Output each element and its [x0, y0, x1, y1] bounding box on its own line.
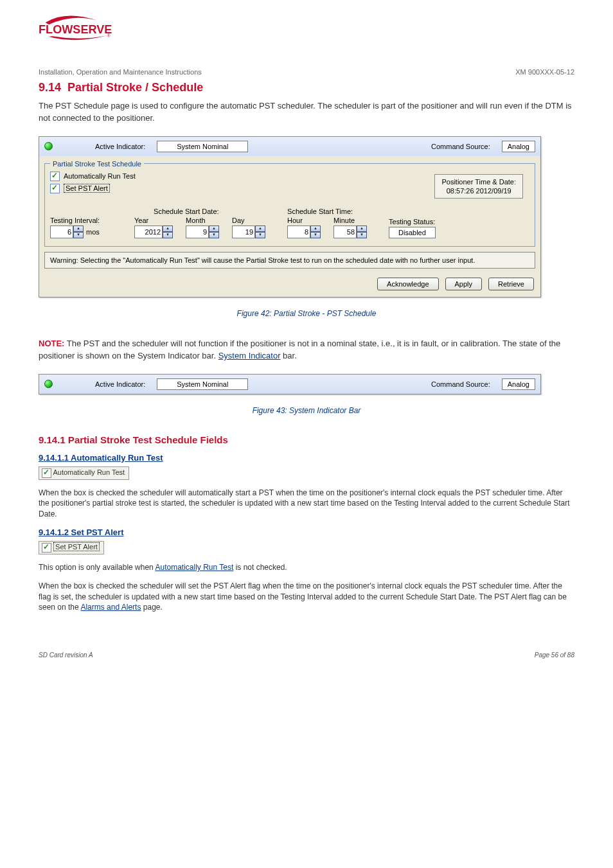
system-indicator-bar-figure: Active Indicator: System Nominal Command…	[39, 374, 541, 394]
set-pst-alert-checkbox[interactable]: ✓	[50, 184, 60, 193]
active-indicator-value: System Nominal	[157, 141, 248, 152]
auto-run-label: Automatically Run Test	[64, 172, 136, 180]
day-spinner[interactable]: ▲▼	[232, 226, 265, 238]
svg-text:®: ®	[107, 33, 111, 38]
pst-group-title: Partial Stroke Test Schedule	[50, 160, 144, 168]
spin-up-icon: ▲	[73, 226, 84, 232]
alarms-alerts-link[interactable]: Alarms and Alerts	[80, 603, 141, 612]
status-led-icon	[44, 142, 53, 150]
doc-ref: XM 900XXX-05-12	[515, 68, 574, 76]
acknowledge-button[interactable]: Acknowledge	[377, 278, 438, 290]
year-spinner[interactable]: ▲▼	[134, 226, 173, 238]
flowserve-logo: FLOWSERVE ®	[39, 13, 574, 42]
testing-status-value: Disabled	[389, 227, 436, 238]
fields-heading: 9.14.1 Partial Stroke Test Schedule Fiel…	[39, 434, 574, 445]
note-paragraph: NOTE: The PST and the scheduler will not…	[39, 337, 574, 362]
page-footer: SD Card revision A Page 56 of 88	[39, 651, 574, 659]
testing-status-label: Testing Status:	[389, 218, 436, 226]
doc-header: Installation, Operation and Maintenance …	[39, 68, 574, 76]
auto-run-checkbox[interactable]: ✓	[50, 172, 60, 181]
set-pst-mini-figure: ✓ Set PST Alert	[39, 541, 104, 554]
command-source-value: Analog	[502, 141, 535, 152]
set-pst-desc-2: When the box is checked the scheduler wi…	[39, 581, 574, 613]
auto-run-link[interactable]: Automatically Run Test	[155, 563, 233, 572]
testing-interval-spinner[interactable]: ▲▼ mos	[50, 226, 100, 238]
pst-schedule-group: Partial Stroke Test Schedule ✓ Automatic…	[44, 160, 535, 247]
set-pst-desc-1: This option is only available when Autom…	[39, 562, 574, 573]
pst-schedule-window: Active Indicator: System Nominal Command…	[39, 136, 541, 297]
system-indicator-link[interactable]: System Indicator	[218, 351, 281, 360]
hour-spinner[interactable]: ▲▼	[287, 226, 321, 238]
schedule-start-time-label: Schedule Start Time:	[287, 208, 367, 215]
schedule-start-date-label: Schedule Start Date:	[154, 208, 265, 215]
auto-run-description: When the box is checked the scheduler wi…	[39, 488, 574, 520]
set-pst-alert-label: Set PST Alert	[64, 184, 110, 193]
schedule-grid: Testing Interval: ▲▼ mos Schedule Start …	[50, 208, 529, 238]
figure-43-caption: Figure 43: System Indicator Bar	[39, 406, 574, 415]
auto-run-subheading: 9.14.1.1 Automatically Run Test	[39, 453, 574, 463]
footer-right: Page 56 of 88	[535, 651, 574, 659]
doc-type: Installation, Operation and Maintenance …	[39, 68, 202, 76]
svg-text:FLOWSERVE: FLOWSERVE	[39, 23, 112, 36]
active-indicator-label: Active Indicator:	[95, 143, 145, 150]
system-indicator-bar: Active Indicator: System Nominal Command…	[39, 137, 540, 156]
warning-text: Warning: Selecting the "Automatically Ru…	[44, 252, 535, 269]
figure-42-caption: Figure 42: Partial Stroke - PST Schedule	[39, 309, 574, 318]
minute-spinner[interactable]: ▲▼	[333, 226, 367, 238]
retrieve-button[interactable]: Retrieve	[488, 278, 534, 290]
command-source-label: Command Source:	[431, 143, 490, 150]
apply-button[interactable]: Apply	[445, 278, 483, 290]
month-spinner[interactable]: ▲▼	[186, 226, 219, 238]
set-pst-subheading: 9.14.1.2 Set PST Alert	[39, 527, 574, 537]
spin-down-icon: ▼	[73, 232, 84, 238]
auto-run-mini-figure: ✓ Automatically Run Test	[39, 466, 129, 480]
section-intro: The PST Schedule page is used to configu…	[39, 100, 574, 125]
positioner-datetime-box: Positioner Time & Date: 08:57:26 2012/09…	[434, 174, 523, 199]
footer-left: SD Card revision A	[39, 651, 93, 659]
status-led-icon	[44, 380, 53, 388]
testing-interval-label: Testing Interval:	[50, 217, 100, 224]
section-heading: 9.14 Partial Stroke / Schedule	[39, 81, 574, 94]
